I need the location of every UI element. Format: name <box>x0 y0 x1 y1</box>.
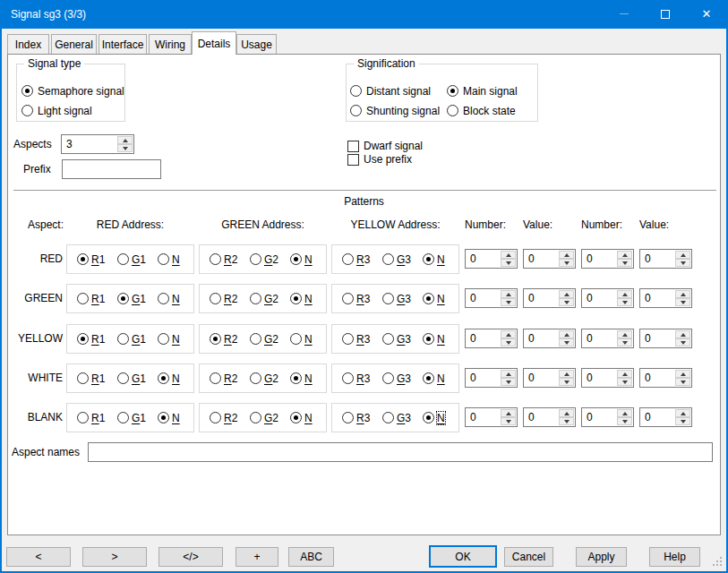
radio-option-g2[interactable]: G2 <box>250 372 290 385</box>
radio-option-g2[interactable]: G2 <box>250 253 290 266</box>
close-button[interactable]: ✕ <box>686 0 727 28</box>
spinner-up-button[interactable] <box>117 136 133 144</box>
radio-option-n[interactable]: N <box>158 372 198 385</box>
pattern-spinner[interactable]: 0 <box>523 329 576 348</box>
spinner-down-button[interactable] <box>617 298 632 306</box>
spinner-value[interactable]: 0 <box>470 252 476 265</box>
spinner-up-button[interactable] <box>559 290 574 298</box>
spinner-up-button[interactable] <box>501 409 516 417</box>
spinner-value[interactable]: 0 <box>645 252 651 265</box>
pattern-spinner[interactable]: 0 <box>465 329 518 348</box>
spinner-up-button[interactable] <box>617 409 632 417</box>
radio-option-r2[interactable]: R2 <box>210 372 250 385</box>
spinner-down-button[interactable] <box>559 417 574 425</box>
spinner-value[interactable]: 0 <box>528 332 535 345</box>
radio-option-n[interactable]: N <box>290 293 330 305</box>
radio-option-g3[interactable]: G3 <box>382 372 423 385</box>
spinner-down-button[interactable] <box>617 259 632 267</box>
pattern-spinner[interactable]: 0 <box>581 407 634 427</box>
aspect-names-input[interactable] <box>88 442 713 462</box>
radio-option-g1[interactable]: G1 <box>117 253 158 266</box>
spinner-down-button[interactable] <box>559 378 574 386</box>
radio-semaphore-signal[interactable]: Semaphore signal <box>21 84 124 98</box>
radio-light-signal[interactable]: Light signal <box>21 104 92 117</box>
radio-option-g3[interactable]: G3 <box>382 293 423 305</box>
radio-option-n[interactable]: N <box>158 293 198 305</box>
spinner-value[interactable]: 0 <box>645 292 651 304</box>
radio-option-r1[interactable]: R1 <box>77 372 117 385</box>
spinner-value[interactable]: 0 <box>587 252 593 265</box>
spinner-value[interactable]: 0 <box>587 332 593 345</box>
spinner-down-button[interactable] <box>617 417 632 425</box>
spinner-down-button[interactable] <box>559 338 574 346</box>
radio-main-signal[interactable]: Main signal <box>447 84 518 98</box>
spinner-up-button[interactable] <box>675 290 690 298</box>
spinner-down-button[interactable] <box>501 378 516 386</box>
radio-shunting-signal[interactable]: Shunting signal <box>350 104 440 117</box>
pattern-spinner[interactable]: 0 <box>581 368 634 388</box>
dwarf-signal-checkbox[interactable]: Dwarf signal <box>347 140 423 152</box>
pattern-spinner[interactable]: 0 <box>465 288 518 308</box>
pattern-spinner[interactable]: 0 <box>581 249 634 269</box>
radio-option-r3[interactable]: R3 <box>342 253 382 266</box>
radio-option-n[interactable]: N <box>290 253 330 266</box>
spinner-value[interactable]: 0 <box>528 292 535 304</box>
spinner-up-button[interactable] <box>559 370 574 378</box>
radio-option-n[interactable]: N <box>290 333 330 346</box>
radio-option-g1[interactable]: G1 <box>117 333 158 346</box>
radio-option-n[interactable]: N <box>423 333 463 346</box>
tab-index[interactable]: Index <box>7 34 49 54</box>
pattern-spinner[interactable]: 0 <box>523 407 576 427</box>
radio-option-n[interactable]: N <box>290 412 330 424</box>
spinner-down-button[interactable] <box>501 338 516 346</box>
radio-option-n[interactable]: N <box>158 253 198 266</box>
pattern-spinner[interactable]: 0 <box>581 288 634 308</box>
radio-option-g3[interactable]: G3 <box>382 412 423 424</box>
spinner-value[interactable]: 0 <box>587 372 593 384</box>
radio-option-g3[interactable]: G3 <box>382 253 423 266</box>
radio-option-r1[interactable]: R1 <box>77 333 117 346</box>
maximize-button[interactable] <box>645 0 686 28</box>
minimize-button[interactable] <box>604 0 645 28</box>
spinner-up-button[interactable] <box>617 330 632 338</box>
spinner-value[interactable]: 0 <box>645 332 651 345</box>
tab-interface[interactable]: Interface <box>98 34 147 54</box>
tab-details[interactable]: Details <box>192 31 236 55</box>
radio-option-r1[interactable]: R1 <box>77 253 117 266</box>
spinner-down-button[interactable] <box>501 259 516 267</box>
radio-option-n[interactable]: N <box>423 372 463 385</box>
radio-option-g3[interactable]: G3 <box>382 333 423 346</box>
nav-prev-button[interactable]: < <box>6 547 71 567</box>
spinner-value[interactable]: 0 <box>470 292 476 304</box>
spinner-up-button[interactable] <box>617 251 632 259</box>
tab-wiring[interactable]: Wiring <box>149 34 192 54</box>
radio-option-n[interactable]: N <box>423 293 463 305</box>
spinner-down-button[interactable] <box>117 144 133 152</box>
radio-option-r3[interactable]: R3 <box>342 372 382 385</box>
radio-option-r1[interactable]: R1 <box>77 412 117 424</box>
spinner-value[interactable]: 0 <box>528 372 535 384</box>
spinner-down-button[interactable] <box>559 298 574 306</box>
pattern-spinner[interactable]: 0 <box>639 407 692 427</box>
spinner-down-button[interactable] <box>675 298 690 306</box>
abc-button[interactable]: ABC <box>288 547 334 567</box>
spinner-up-button[interactable] <box>675 251 690 259</box>
help-button[interactable]: Help <box>649 547 700 567</box>
apply-button[interactable]: Apply <box>576 547 627 567</box>
radio-option-n[interactable]: N <box>423 253 463 266</box>
pattern-spinner[interactable]: 0 <box>465 368 518 388</box>
radio-option-r1[interactable]: R1 <box>77 293 117 305</box>
code-button[interactable]: </> <box>158 547 223 567</box>
spinner-up-button[interactable] <box>617 290 632 298</box>
radio-option-n[interactable]: N <box>158 412 198 424</box>
spinner-down-button[interactable] <box>675 259 690 267</box>
pattern-spinner[interactable]: 0 <box>639 329 692 348</box>
prefix-input[interactable] <box>62 159 161 179</box>
spinner-up-button[interactable] <box>559 251 574 259</box>
add-button[interactable]: + <box>236 547 278 567</box>
spinner-up-button[interactable] <box>559 409 574 417</box>
spinner-up-button[interactable] <box>559 330 574 338</box>
radio-option-g1[interactable]: G1 <box>117 412 158 424</box>
radio-option-g2[interactable]: G2 <box>250 412 290 424</box>
titlebar[interactable]: Signal sg3 (3/3) ✕ <box>0 0 728 29</box>
